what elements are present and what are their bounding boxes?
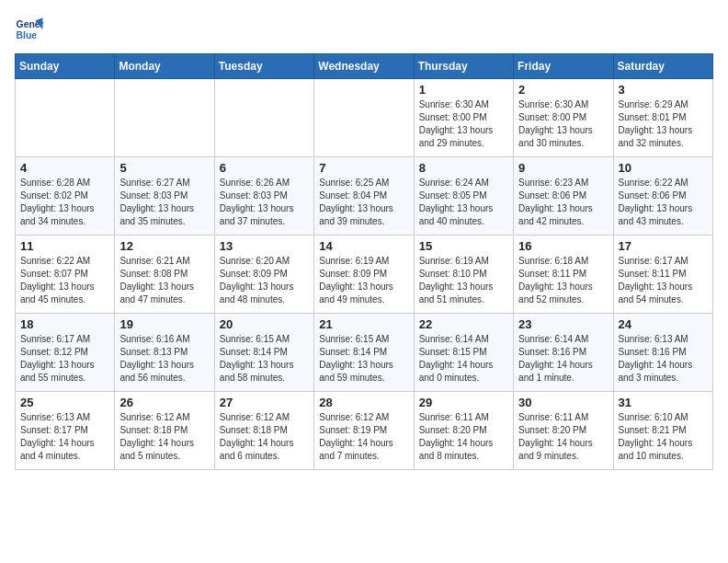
calendar-cell: 17Sunrise: 6:17 AM Sunset: 8:11 PM Dayli… [613, 236, 712, 314]
calendar-cell [115, 79, 214, 157]
day-info: Sunrise: 6:17 AM Sunset: 8:12 PM Dayligh… [20, 333, 109, 385]
day-info: Sunrise: 6:15 AM Sunset: 8:14 PM Dayligh… [220, 333, 309, 385]
day-number: 16 [518, 239, 608, 253]
day-info: Sunrise: 6:12 AM Sunset: 8:18 PM Dayligh… [220, 411, 309, 463]
calendar-cell: 5Sunrise: 6:27 AM Sunset: 8:03 PM Daylig… [115, 157, 214, 236]
day-info: Sunrise: 6:26 AM Sunset: 8:03 PM Dayligh… [220, 177, 309, 228]
logo: General Blue [15, 15, 48, 44]
day-number: 12 [119, 239, 209, 253]
weekday-header: Saturday [613, 54, 712, 79]
day-number: 17 [619, 239, 708, 253]
calendar-header-row: SundayMondayTuesdayWednesdayThursdayFrid… [16, 54, 713, 79]
day-info: Sunrise: 6:10 AM Sunset: 8:21 PM Dayligh… [619, 411, 708, 463]
calendar-cell: 31Sunrise: 6:10 AM Sunset: 8:21 PM Dayli… [613, 392, 712, 470]
calendar-cell: 2Sunrise: 6:30 AM Sunset: 8:00 PM Daylig… [514, 79, 613, 157]
day-number: 29 [419, 396, 508, 409]
day-number: 15 [419, 239, 508, 253]
calendar-week-row: 25Sunrise: 6:13 AM Sunset: 8:17 PM Dayli… [16, 392, 713, 470]
day-info: Sunrise: 6:25 AM Sunset: 8:04 PM Dayligh… [319, 177, 408, 228]
calendar-week-row: 1Sunrise: 6:30 AM Sunset: 8:00 PM Daylig… [16, 79, 713, 157]
calendar-cell: 12Sunrise: 6:21 AM Sunset: 8:08 PM Dayli… [115, 236, 214, 314]
day-info: Sunrise: 6:12 AM Sunset: 8:19 PM Dayligh… [319, 411, 408, 463]
day-info: Sunrise: 6:22 AM Sunset: 8:07 PM Dayligh… [20, 255, 109, 306]
weekday-header: Wednesday [314, 54, 414, 79]
day-number: 25 [20, 396, 109, 409]
calendar-cell: 13Sunrise: 6:20 AM Sunset: 8:09 PM Dayli… [214, 236, 313, 314]
day-number: 7 [319, 161, 408, 175]
calendar-cell: 4Sunrise: 6:28 AM Sunset: 8:02 PM Daylig… [16, 157, 115, 236]
day-number: 2 [518, 83, 608, 97]
day-info: Sunrise: 6:30 AM Sunset: 8:00 PM Dayligh… [518, 98, 608, 150]
day-number: 18 [20, 317, 109, 331]
day-number: 21 [319, 317, 408, 331]
day-number: 20 [220, 317, 309, 331]
calendar-cell: 1Sunrise: 6:30 AM Sunset: 8:00 PM Daylig… [414, 79, 513, 157]
calendar-table: SundayMondayTuesdayWednesdayThursdayFrid… [15, 53, 713, 470]
day-number: 11 [20, 239, 109, 253]
calendar-cell: 14Sunrise: 6:19 AM Sunset: 8:09 PM Dayli… [314, 236, 414, 314]
calendar-cell: 22Sunrise: 6:14 AM Sunset: 8:15 PM Dayli… [414, 314, 513, 392]
calendar-week-row: 18Sunrise: 6:17 AM Sunset: 8:12 PM Dayli… [16, 314, 713, 392]
weekday-header: Sunday [16, 54, 115, 79]
day-number: 22 [419, 317, 508, 331]
day-info: Sunrise: 6:18 AM Sunset: 8:11 PM Dayligh… [518, 255, 608, 306]
calendar-cell: 19Sunrise: 6:16 AM Sunset: 8:13 PM Dayli… [115, 314, 214, 392]
day-number: 1 [419, 83, 508, 97]
calendar-cell: 15Sunrise: 6:19 AM Sunset: 8:10 PM Dayli… [414, 236, 513, 314]
calendar-cell: 16Sunrise: 6:18 AM Sunset: 8:11 PM Dayli… [514, 236, 613, 314]
day-number: 30 [518, 396, 608, 409]
calendar-cell: 6Sunrise: 6:26 AM Sunset: 8:03 PM Daylig… [214, 157, 313, 236]
day-number: 9 [518, 161, 608, 175]
calendar-cell: 7Sunrise: 6:25 AM Sunset: 8:04 PM Daylig… [314, 157, 414, 236]
day-info: Sunrise: 6:30 AM Sunset: 8:00 PM Dayligh… [419, 98, 508, 150]
svg-text:Blue: Blue [17, 30, 38, 40]
weekday-header: Friday [514, 54, 613, 79]
calendar-cell: 28Sunrise: 6:12 AM Sunset: 8:19 PM Dayli… [314, 392, 414, 470]
calendar-cell [214, 79, 313, 157]
day-number: 31 [619, 396, 708, 409]
day-info: Sunrise: 6:13 AM Sunset: 8:16 PM Dayligh… [619, 333, 708, 385]
day-info: Sunrise: 6:23 AM Sunset: 8:06 PM Dayligh… [518, 177, 608, 228]
day-number: 3 [619, 83, 708, 97]
day-number: 19 [119, 317, 209, 331]
day-info: Sunrise: 6:21 AM Sunset: 8:08 PM Dayligh… [119, 255, 209, 306]
day-info: Sunrise: 6:27 AM Sunset: 8:03 PM Dayligh… [119, 177, 209, 228]
day-info: Sunrise: 6:11 AM Sunset: 8:20 PM Dayligh… [419, 411, 508, 463]
day-info: Sunrise: 6:17 AM Sunset: 8:11 PM Dayligh… [619, 255, 708, 306]
day-info: Sunrise: 6:19 AM Sunset: 8:09 PM Dayligh… [319, 255, 408, 306]
weekday-header: Thursday [414, 54, 513, 79]
calendar-cell: 9Sunrise: 6:23 AM Sunset: 8:06 PM Daylig… [514, 157, 613, 236]
page-header: General Blue [15, 15, 713, 44]
calendar-cell: 23Sunrise: 6:14 AM Sunset: 8:16 PM Dayli… [514, 314, 613, 392]
calendar-cell: 26Sunrise: 6:12 AM Sunset: 8:18 PM Dayli… [115, 392, 214, 470]
day-info: Sunrise: 6:12 AM Sunset: 8:18 PM Dayligh… [119, 411, 209, 463]
day-info: Sunrise: 6:28 AM Sunset: 8:02 PM Dayligh… [20, 177, 109, 228]
calendar-cell: 30Sunrise: 6:11 AM Sunset: 8:20 PM Dayli… [514, 392, 613, 470]
day-info: Sunrise: 6:11 AM Sunset: 8:20 PM Dayligh… [518, 411, 608, 463]
day-info: Sunrise: 6:13 AM Sunset: 8:17 PM Dayligh… [20, 411, 109, 463]
calendar-cell: 27Sunrise: 6:12 AM Sunset: 8:18 PM Dayli… [214, 392, 313, 470]
day-info: Sunrise: 6:14 AM Sunset: 8:15 PM Dayligh… [419, 333, 508, 385]
day-info: Sunrise: 6:19 AM Sunset: 8:10 PM Dayligh… [419, 255, 508, 306]
calendar-cell: 8Sunrise: 6:24 AM Sunset: 8:05 PM Daylig… [414, 157, 513, 236]
calendar-cell: 10Sunrise: 6:22 AM Sunset: 8:06 PM Dayli… [613, 157, 712, 236]
calendar-cell: 11Sunrise: 6:22 AM Sunset: 8:07 PM Dayli… [16, 236, 115, 314]
day-number: 28 [319, 396, 408, 409]
day-number: 13 [220, 239, 309, 253]
calendar-cell: 3Sunrise: 6:29 AM Sunset: 8:01 PM Daylig… [613, 79, 712, 157]
day-number: 5 [119, 161, 209, 175]
day-info: Sunrise: 6:15 AM Sunset: 8:14 PM Dayligh… [319, 333, 408, 385]
calendar-week-row: 4Sunrise: 6:28 AM Sunset: 8:02 PM Daylig… [16, 157, 713, 236]
calendar-cell [314, 79, 414, 157]
calendar-week-row: 11Sunrise: 6:22 AM Sunset: 8:07 PM Dayli… [16, 236, 713, 314]
calendar-cell [16, 79, 115, 157]
day-info: Sunrise: 6:20 AM Sunset: 8:09 PM Dayligh… [220, 255, 309, 306]
calendar-cell: 29Sunrise: 6:11 AM Sunset: 8:20 PM Dayli… [414, 392, 513, 470]
day-info: Sunrise: 6:14 AM Sunset: 8:16 PM Dayligh… [518, 333, 608, 385]
day-number: 4 [20, 161, 109, 175]
day-number: 8 [419, 161, 508, 175]
day-number: 26 [119, 396, 209, 409]
logo-icon: General Blue [15, 15, 44, 44]
day-number: 6 [220, 161, 309, 175]
day-number: 14 [319, 239, 408, 253]
